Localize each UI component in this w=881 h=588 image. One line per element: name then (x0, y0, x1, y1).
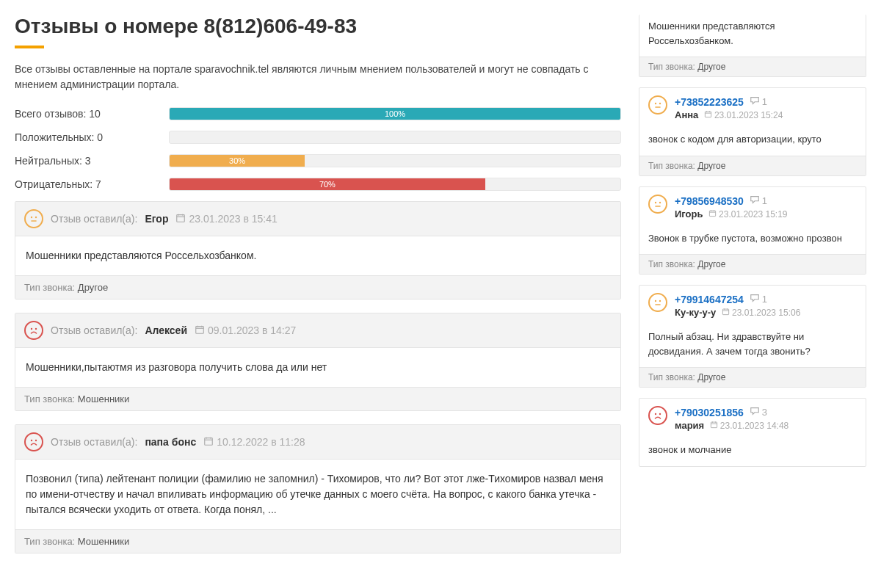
sad-face-icon (648, 406, 667, 425)
call-type-label: Тип звонка: (648, 161, 695, 171)
calendar-icon (203, 436, 214, 449)
sidebar-date: 23.01.2023 15:06 (722, 308, 800, 318)
review-header: Отзыв оставил(а): Егор 23.01.2023 в 15:4… (15, 202, 620, 236)
neutral-face-icon (24, 209, 43, 228)
review-author: папа бонс (145, 436, 196, 448)
sidebar-footer: Тип звонка: Другое (639, 156, 866, 175)
progress-bar: 30% (169, 154, 621, 167)
call-type-value: Мошенники (78, 536, 129, 547)
sidebar-card: +73852223625 1 Анна 23.01.2023 15:24 зво… (639, 87, 866, 176)
call-type-value: Другое (697, 259, 725, 269)
sidebar-card: +79030251856 3 мария 23.01.2023 14:48 зв… (639, 398, 866, 467)
review-card: Отзыв оставил(а): Алексей 09.01.2023 в 1… (15, 313, 621, 411)
review-footer: Тип звонка: Другое (15, 275, 620, 299)
page-title: Отзывы о номере 8(812)606-49-83 (15, 15, 621, 38)
left-by-label: Отзыв оставил(а): (51, 213, 137, 225)
call-type-value: Мошенники (78, 393, 129, 404)
review-body: Мошенники представляются Россельхозбанко… (15, 236, 620, 275)
sidebar-card: +79914647254 1 Ку-ку-у-у 23.01.2023 15:0… (639, 285, 866, 388)
sad-face-icon (24, 321, 43, 340)
progress-bar (169, 131, 621, 144)
review-date: 10.12.2022 в 11:28 (203, 436, 305, 449)
review-date: 09.01.2023 в 14:27 (195, 324, 296, 337)
review-footer: Тип звонка: Мошенники (15, 529, 620, 553)
calendar-icon (708, 209, 717, 219)
comments-count: 1 (750, 293, 767, 305)
review-author: Егор (145, 213, 168, 225)
sidebar-body: звонок с кодом для авторизации, круто (639, 128, 866, 156)
progress-fill: 30% (170, 155, 305, 167)
stat-label: Нейтральных: 3 (15, 155, 169, 167)
review-card: Отзыв оставил(а): Егор 23.01.2023 в 15:4… (15, 201, 621, 300)
intro-text: Все отзывы оставленные на портале sparav… (15, 62, 621, 92)
comments-count: 3 (750, 406, 767, 418)
review-header: Отзыв оставил(а): папа бонс 10.12.2022 в… (15, 425, 620, 460)
stat-label: Положительных: 0 (15, 131, 169, 143)
sad-face-icon (24, 432, 43, 451)
sidebar-card: +79856948530 1 Игорь 23.01.2023 15:19 Зв… (639, 186, 866, 275)
calendar-icon (722, 308, 730, 318)
call-type-label: Тип звонка: (24, 536, 75, 547)
sidebar-date: 23.01.2023 14:48 (710, 421, 788, 431)
call-type-label: Тип звонка: (24, 282, 75, 293)
sidebar-author: Ку-ку-у-у 23.01.2023 15:06 (675, 307, 857, 318)
title-underline (15, 46, 44, 48)
neutral-face-icon (648, 195, 667, 214)
review-header: Отзыв оставил(а): Алексей 09.01.2023 в 1… (15, 313, 620, 348)
phone-link[interactable]: +79856948530 (675, 195, 744, 207)
sidebar-date: 23.01.2023 15:24 (704, 110, 783, 120)
comments-icon (750, 95, 760, 108)
comments-count: 1 (750, 95, 767, 108)
phone-link[interactable]: +79030251856 (675, 407, 744, 418)
progress-bar: 100% (169, 107, 621, 120)
call-type-label: Тип звонка: (648, 372, 695, 382)
comments-icon (750, 406, 760, 418)
phone-link[interactable]: +79914647254 (675, 294, 744, 305)
comments-icon (750, 293, 760, 305)
calendar-icon (710, 421, 718, 431)
sidebar-body: Мошенники представляются Россельхозбанко… (639, 15, 866, 57)
sidebar-body: звонок и молчание (639, 438, 866, 466)
stat-row-total: Всего отзывов: 10 100% (15, 107, 621, 120)
call-type-value: Другое (697, 161, 725, 171)
phone-link[interactable]: +73852223625 (675, 96, 744, 108)
sidebar-date: 23.01.2023 15:19 (708, 209, 787, 219)
sidebar-footer: Тип звонка: Другое (639, 367, 866, 387)
calendar-icon (704, 110, 712, 120)
review-card: Отзыв оставил(а): папа бонс 10.12.2022 в… (15, 424, 621, 553)
calendar-icon (175, 213, 186, 225)
review-author: Алексей (145, 324, 187, 336)
stat-row-neutral: Нейтральных: 3 30% (15, 154, 621, 167)
review-footer: Тип звонка: Мошенники (15, 387, 620, 410)
progress-fill: 100% (170, 108, 620, 120)
review-body: Позвонил (типа) лейтенант полиции (фамил… (15, 460, 620, 529)
sidebar-author: Игорь 23.01.2023 15:19 (675, 208, 857, 219)
sidebar-body: Полный абзац. Ни здравствуйте ни досвида… (639, 325, 866, 367)
call-type-label: Тип звонка: (648, 62, 695, 72)
sidebar-author: мария 23.01.2023 14:48 (675, 420, 857, 431)
sidebar-body: Звонок в трубке пустота, возможно прозво… (639, 227, 866, 255)
neutral-face-icon (648, 95, 667, 115)
sidebar-footer: Тип звонка: Другое (639, 57, 866, 76)
call-type-value: Другое (78, 282, 108, 293)
left-by-label: Отзыв оставил(а): (51, 436, 137, 448)
review-date: 23.01.2023 в 15:41 (175, 213, 277, 225)
sidebar-card: Мошенники представляются Россельхозбанко… (639, 15, 866, 77)
comments-icon (750, 195, 760, 207)
comments-count: 1 (750, 195, 767, 207)
stat-row-negative: Отрицательных: 7 70% (15, 178, 621, 191)
neutral-face-icon (648, 293, 667, 312)
progress-bar: 70% (169, 178, 621, 191)
progress-fill: 70% (170, 178, 485, 190)
sidebar-header: +79030251856 3 мария 23.01.2023 14:48 (639, 399, 866, 438)
call-type-label: Тип звонка: (648, 259, 695, 269)
sidebar-header: +73852223625 1 Анна 23.01.2023 15:24 (639, 88, 866, 128)
calendar-icon (195, 324, 205, 337)
review-body: Мошенники,пытаютмя из разговора получить… (15, 348, 620, 387)
sidebar-author: Анна 23.01.2023 15:24 (675, 109, 857, 120)
call-type-value: Другое (697, 372, 725, 382)
left-by-label: Отзыв оставил(а): (51, 324, 137, 336)
sidebar-footer: Тип звонка: Другое (639, 254, 866, 274)
sidebar-header: +79856948530 1 Игорь 23.01.2023 15:19 (639, 187, 866, 227)
stat-row-positive: Положительных: 0 (15, 131, 621, 144)
